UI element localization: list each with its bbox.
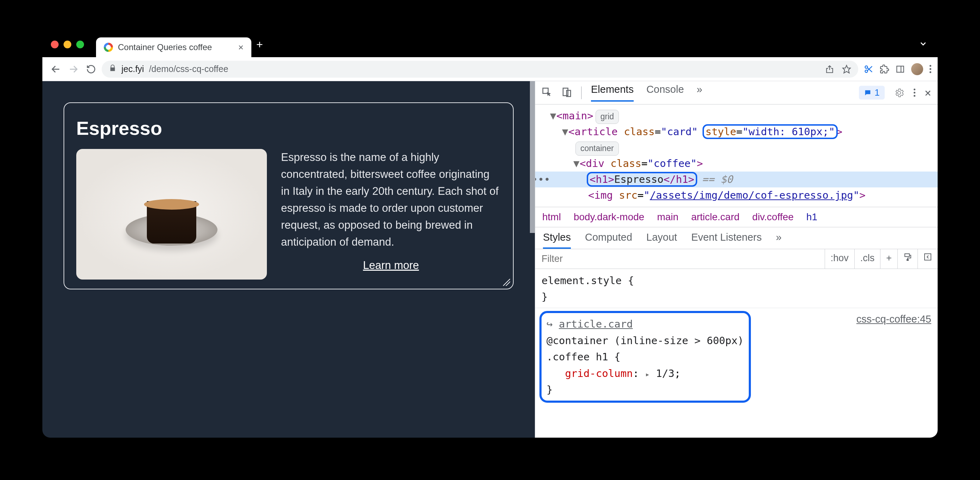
devtools-menu-icon[interactable]	[914, 89, 915, 97]
forward-button[interactable]	[66, 64, 81, 75]
svg-rect-10	[563, 88, 568, 95]
share-icon[interactable]	[825, 65, 834, 74]
coffee-card: Espresso Espresso is the name of a highl…	[64, 102, 514, 289]
svg-marker-2	[843, 65, 850, 73]
svg-rect-12	[905, 254, 909, 257]
card-description: Espresso is the name of a highly concent…	[281, 149, 501, 251]
reload-button[interactable]	[84, 64, 98, 74]
url-host: jec.fyi	[121, 64, 144, 74]
maximize-window-button[interactable]	[76, 41, 84, 48]
tab-strip: Container Queries coffee × +	[42, 32, 938, 57]
window-controls[interactable]	[51, 41, 84, 48]
coffee-image	[76, 149, 267, 280]
inspect-icon[interactable]	[541, 87, 552, 99]
paint-icon[interactable]	[897, 249, 918, 269]
new-rule-icon[interactable]: +	[880, 249, 897, 269]
lock-icon	[109, 64, 116, 74]
close-window-button[interactable]	[51, 41, 59, 48]
subtab-styles[interactable]: Styles	[543, 232, 571, 249]
minimize-window-button[interactable]	[64, 41, 71, 48]
subtab-computed[interactable]: Computed	[585, 232, 632, 249]
styles-filter-bar: :hov .cls +	[535, 249, 938, 269]
learn-more-link[interactable]: Learn more	[281, 259, 501, 272]
styles-filter-input[interactable]	[535, 249, 825, 269]
tab-overflow-icon[interactable]	[919, 39, 928, 50]
hov-toggle[interactable]: :hov	[825, 249, 854, 269]
browser-window: Container Queries coffee × +	[42, 32, 938, 438]
issues-badge[interactable]: 1	[859, 86, 885, 100]
tab-elements[interactable]: Elements	[591, 84, 634, 102]
cls-toggle[interactable]: .cls	[854, 249, 880, 269]
issues-count: 1	[875, 87, 880, 98]
device-toggle-icon[interactable]	[561, 87, 572, 99]
profile-avatar[interactable]	[911, 63, 923, 75]
omnibox[interactable]: jec.fyi/demo/css-cq-coffee	[102, 61, 858, 78]
page-preview: Espresso Espresso is the name of a highl…	[42, 81, 535, 438]
browser-menu-icon[interactable]	[929, 65, 931, 73]
url-path: /demo/css-cq-coffee	[149, 64, 228, 74]
breadcrumb[interactable]: html body.dark-mode main article.card di…	[535, 207, 938, 227]
subtab-event[interactable]: Event Listeners	[691, 232, 762, 249]
url-bar: jec.fyi/demo/css-cq-coffee	[42, 57, 938, 81]
styles-subtabs: Styles Computed Layout Event Listeners »	[535, 227, 938, 249]
devtools-close-icon[interactable]: ×	[924, 86, 931, 100]
svg-rect-14	[924, 254, 931, 260]
browser-tab[interactable]: Container Queries coffee ×	[96, 37, 251, 57]
settings-gear-icon[interactable]	[894, 87, 904, 98]
tab-console[interactable]: Console	[646, 84, 684, 102]
side-panel-icon[interactable]	[896, 65, 905, 74]
collapse-icon[interactable]	[918, 249, 938, 269]
subtabs-overflow-icon[interactable]: »	[776, 232, 781, 249]
extensions-icon[interactable]	[880, 65, 889, 74]
bookmark-star-icon[interactable]	[842, 65, 851, 74]
devtools-panel: Elements Console » 1 ×	[535, 81, 938, 438]
subtab-layout[interactable]: Layout	[646, 232, 677, 249]
svg-rect-7	[897, 66, 904, 72]
card-heading: Espresso	[76, 117, 501, 139]
favicon-icon	[104, 43, 113, 52]
tab-close-icon[interactable]: ×	[238, 42, 243, 53]
devtools-toolbar: Elements Console » 1 ×	[535, 81, 938, 105]
page-scrollbar[interactable]	[530, 81, 535, 233]
rule-source-link[interactable]: css-cq-coffee:45	[856, 311, 931, 327]
back-button[interactable]	[49, 64, 63, 75]
tabs-overflow-icon[interactable]: »	[697, 84, 702, 102]
tab-title: Container Queries coffee	[118, 42, 233, 52]
dom-tree[interactable]: ▼<main>grid ▼<article class="card" style…	[535, 105, 938, 207]
new-tab-button[interactable]: +	[256, 38, 263, 51]
scissors-icon[interactable]	[864, 64, 874, 74]
svg-rect-13	[907, 259, 908, 261]
style-rules[interactable]: element.style { } css-cq-coffee:45 ↪ art…	[535, 269, 938, 404]
